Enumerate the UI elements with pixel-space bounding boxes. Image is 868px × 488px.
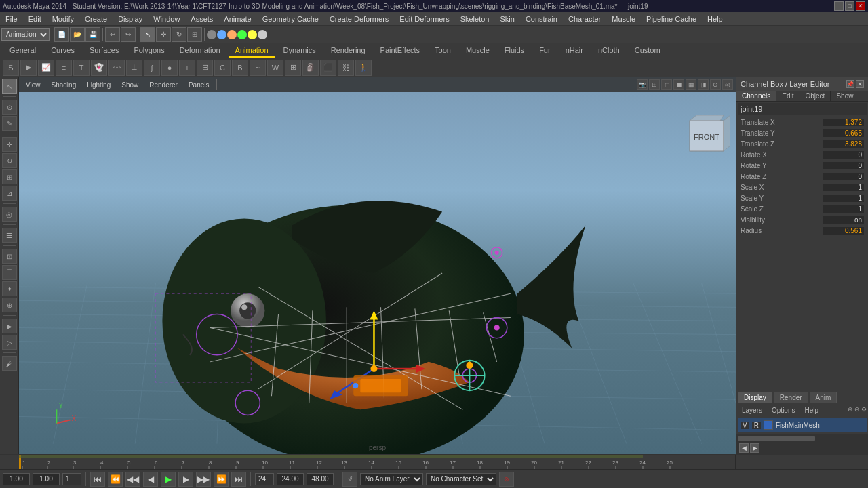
range-end-field[interactable] — [307, 473, 334, 485]
menu-item-create-deformers[interactable]: Create Deformers — [324, 12, 394, 25]
translate-x-row[interactable]: Translate X 1.372 — [738, 117, 867, 127]
shelf-rigid-body[interactable]: ⬛ — [320, 60, 336, 76]
menu-item-window[interactable]: Window — [148, 12, 185, 25]
render-tab[interactable]: Render — [774, 392, 808, 403]
prev-frame-button[interactable]: ◀ — [143, 472, 158, 487]
shelf-graph-editor[interactable]: 📈 — [38, 60, 54, 76]
tab-polygons[interactable]: Polygons — [127, 43, 171, 58]
range-start-field[interactable] — [33, 473, 60, 485]
layer-scrollbar[interactable] — [736, 434, 868, 442]
layer-options-button[interactable]: ⚙ — [861, 406, 867, 415]
rotate-tool[interactable]: ↻ — [172, 27, 186, 42]
menu-item-skeleton[interactable]: Skeleton — [455, 12, 495, 25]
menu-item-edit-deformers[interactable]: Edit Deformers — [394, 12, 454, 25]
vp-icon-camera[interactable]: 📷 — [637, 79, 648, 90]
save-file-button[interactable]: 💾 — [85, 27, 100, 42]
vp-icon-xray[interactable]: ⊙ — [710, 79, 721, 90]
tab-fluids[interactable]: Fluids — [498, 43, 531, 58]
shading-ball-6[interactable] — [258, 30, 267, 39]
end-time-field[interactable] — [277, 473, 304, 485]
layer-create-button[interactable]: ⊕ — [848, 406, 853, 415]
render-button[interactable]: ▶ — [2, 319, 17, 333]
visibility-value[interactable]: on — [823, 216, 864, 224]
shelf-character[interactable]: 🚶 — [355, 60, 372, 76]
anim-tab[interactable]: Anim — [810, 392, 837, 403]
scale-x-value[interactable]: 1 — [823, 184, 864, 191]
vp-menu-show[interactable]: Show — [117, 81, 142, 89]
tab-object[interactable]: Object — [800, 91, 831, 101]
tab-animation[interactable]: Animation — [229, 43, 275, 58]
paint-select-button[interactable]: ✎ — [2, 116, 17, 131]
tab-painteffects[interactable]: PaintEffects — [374, 43, 427, 58]
vp-icon-wireframe[interactable]: ◻ — [661, 79, 672, 90]
scrollbar-thumb[interactable] — [738, 436, 815, 441]
rotate-z-row[interactable]: Rotate Z 0 — [738, 171, 867, 182]
rotate-button[interactable]: ↻ — [2, 153, 17, 168]
go-to-start-button[interactable]: ⏮ — [90, 472, 105, 487]
next-frame-button[interactable]: ▶ — [178, 472, 193, 487]
range-start-marker[interactable]: 1 — [62, 473, 81, 485]
vp-menu-lighting[interactable]: Lighting — [83, 81, 115, 89]
layer-reference-toggle[interactable]: R — [752, 422, 761, 429]
rotate-x-row[interactable]: Rotate X 0 — [738, 149, 867, 160]
timeline-ruler[interactable]: 1 2 3 4 5 6 7 8 9 — [19, 455, 736, 469]
tab-rendering[interactable]: Rendering — [324, 43, 372, 58]
shelf-ik-spline[interactable]: ∫ — [144, 60, 160, 76]
tab-deformation[interactable]: Deformation — [173, 43, 227, 58]
3d-viewport[interactable]: View Shading Lighting Show Renderer Pane… — [19, 77, 736, 454]
rotate-y-row[interactable]: Rotate Y 0 — [738, 160, 867, 171]
open-file-button[interactable]: 📂 — [70, 27, 85, 42]
minimize-button[interactable]: _ — [834, 1, 844, 11]
maximize-button[interactable]: □ — [845, 1, 854, 11]
vp-icon-texture[interactable]: ▦ — [686, 79, 696, 90]
display-tab[interactable]: Display — [738, 392, 772, 403]
vp-icon-grid[interactable]: ⊞ — [649, 79, 660, 90]
titlebar-controls[interactable]: _ □ ✕ — [834, 1, 865, 11]
layer-scroll-left[interactable]: ◀ — [739, 443, 749, 453]
menu-item-display[interactable]: Display — [113, 12, 148, 25]
show-manip-button[interactable]: ☰ — [2, 228, 17, 243]
current-time-field[interactable] — [3, 473, 30, 485]
char-set-select[interactable]: No Character Set — [426, 473, 496, 485]
move-button[interactable]: ✛ — [2, 137, 17, 152]
loop-toggle[interactable]: ↺ — [342, 472, 357, 487]
fish-main-mesh-layer[interactable]: V R FishMainMesh — [738, 418, 867, 432]
snap-view-button[interactable]: ⊕ — [2, 298, 17, 312]
universal-manip[interactable]: ⊿ — [2, 186, 17, 201]
next-key-button[interactable]: ▶▶ — [196, 472, 211, 487]
menu-item-character[interactable]: Character — [563, 12, 606, 25]
tab-nhair[interactable]: nHair — [559, 43, 590, 58]
translate-y-value[interactable]: -0.665 — [823, 129, 864, 137]
close-button[interactable]: ✕ — [856, 1, 865, 11]
mode-selector[interactable]: Animation — [1, 28, 50, 41]
paint-script-button[interactable]: 🖌 — [2, 356, 17, 371]
tab-fur[interactable]: Fur — [532, 43, 557, 58]
shelf-key-button[interactable]: S — [3, 60, 19, 76]
ipr-render-button[interactable]: ▷ — [2, 335, 17, 350]
channel-box-close[interactable]: ✕ — [856, 80, 864, 88]
anim-layer-select[interactable]: No Anim Layer — [360, 473, 423, 485]
select-mode-button[interactable]: ↖ — [2, 79, 17, 94]
layers-subtab[interactable]: Layers — [738, 406, 766, 415]
scale-button[interactable]: ⊞ — [2, 169, 17, 184]
tab-edit[interactable]: Edit — [776, 91, 800, 101]
translate-x-value[interactable]: 1.372 — [823, 119, 864, 126]
translate-y-row[interactable]: Translate Y -0.665 — [738, 127, 867, 138]
tab-toon[interactable]: Toon — [428, 43, 458, 58]
channel-box-pin[interactable]: 📌 — [846, 80, 854, 88]
translate-z-value[interactable]: 3.828 — [823, 140, 864, 148]
menu-item-geometry-cache[interactable]: Geometry Cache — [257, 12, 324, 25]
viewport-cube[interactable]: FRONT — [686, 114, 730, 158]
go-to-end-button[interactable]: ⏭ — [231, 472, 246, 487]
prev-key-button[interactable]: ◀◀ — [125, 472, 140, 487]
shelf-constraint[interactable]: ⛓ — [338, 60, 354, 76]
menu-item-file[interactable]: File — [0, 12, 23, 25]
tab-show[interactable]: Show — [831, 91, 859, 101]
scale-z-row[interactable]: Scale Z 1 — [738, 203, 867, 214]
step-back-button[interactable]: ⏪ — [108, 472, 123, 487]
tab-curves[interactable]: Curves — [44, 43, 81, 58]
scale-tool[interactable]: ⊞ — [187, 27, 202, 42]
shading-ball-4[interactable] — [237, 30, 247, 39]
snap-grid-button[interactable]: ⊡ — [2, 249, 17, 264]
shading-ball-2[interactable] — [217, 30, 226, 39]
